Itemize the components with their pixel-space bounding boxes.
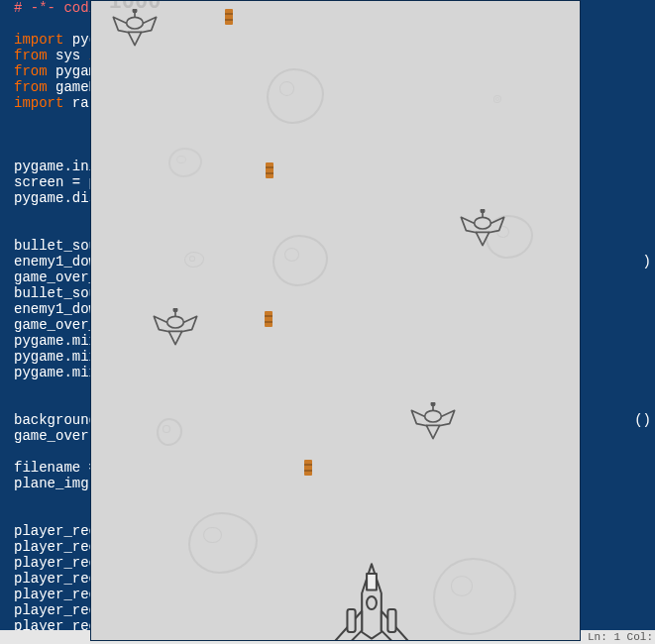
svg-point-6 <box>475 217 491 229</box>
enemy-ship-icon <box>110 9 160 49</box>
bullet-icon <box>304 460 312 476</box>
cursor-position: Ln: 1 Col: <box>588 631 653 643</box>
svg-point-0 <box>127 17 144 29</box>
asteroid-icon <box>184 252 204 268</box>
enemy-ship-icon <box>151 308 200 348</box>
svg-rect-12 <box>347 609 355 632</box>
asteroid-icon <box>273 235 328 286</box>
player-ship-icon[interactable] <box>322 561 421 641</box>
asteroid-icon <box>433 558 516 635</box>
svg-point-2 <box>133 9 136 12</box>
bullet-icon <box>225 9 233 25</box>
asteroid-icon <box>267 68 324 124</box>
svg-point-3 <box>167 316 184 328</box>
bullet-icon <box>266 162 273 178</box>
enemy-ship-icon <box>458 209 507 249</box>
asteroid-icon <box>157 418 182 446</box>
score-display: 1000 <box>109 0 162 9</box>
svg-point-9 <box>425 410 442 422</box>
svg-point-5 <box>173 308 176 311</box>
svg-point-8 <box>481 209 484 212</box>
asteroid-icon <box>168 148 202 177</box>
svg-point-11 <box>431 402 434 405</box>
asteroid-icon <box>188 512 258 574</box>
svg-rect-13 <box>387 609 395 632</box>
asteroid-icon <box>493 95 501 103</box>
game-window[interactable]: 1000 <box>90 0 581 641</box>
svg-point-14 <box>367 596 377 609</box>
enemy-ship-icon <box>408 402 458 442</box>
bullet-icon <box>265 311 273 327</box>
